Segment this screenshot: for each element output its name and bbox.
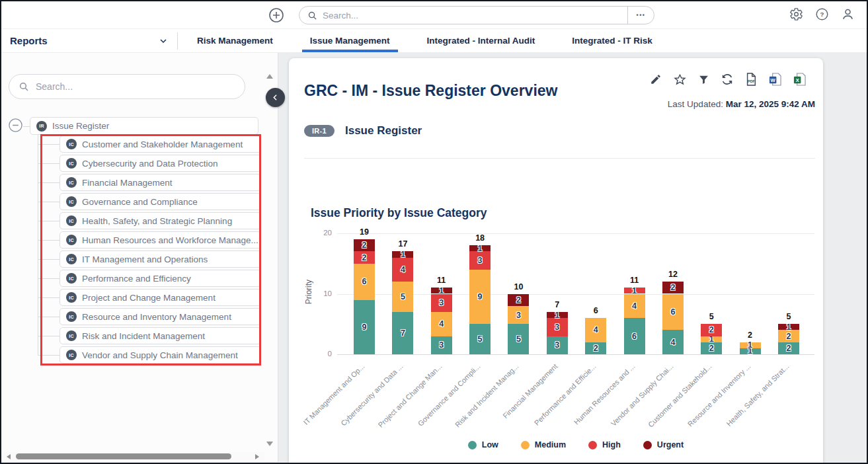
sidebar-horizontal-scrollbar[interactable] bbox=[1, 452, 264, 461]
scroll-right-arrow[interactable] bbox=[255, 454, 259, 459]
global-search-input[interactable] bbox=[323, 11, 627, 20]
global-search[interactable]: ••• bbox=[299, 6, 654, 24]
user-button[interactable] bbox=[841, 7, 855, 21]
x-tick-label: Performance and Efficie... bbox=[522, 362, 598, 438]
app-window: ••• ? bbox=[0, 0, 868, 464]
tree-item[interactable]: ICHealth, Safety, and Strategic Planning bbox=[59, 212, 261, 229]
sidebar-collapse-button[interactable] bbox=[266, 88, 285, 107]
tab-integrated-it-risk[interactable]: Integrated - IT Risk bbox=[553, 29, 671, 52]
chart-plot: Priority IT Management and Op...Cybersec… bbox=[337, 233, 814, 354]
legend-dot bbox=[588, 441, 597, 449]
tree-item[interactable]: ICGovernance and Compliance bbox=[59, 193, 261, 210]
tab-risk-management[interactable]: Risk Management bbox=[178, 29, 292, 52]
refresh-button[interactable] bbox=[721, 73, 733, 85]
export-excel-button[interactable]: X bbox=[793, 73, 806, 86]
bar-segment-medium: 9 bbox=[469, 270, 491, 324]
tree-connector bbox=[38, 163, 59, 164]
search-more-button[interactable]: ••• bbox=[627, 7, 654, 24]
bar-segment-urgent: 1 bbox=[778, 324, 799, 330]
tree-item[interactable]: ICProject and Change Management bbox=[59, 289, 261, 306]
scrollbar-thumb[interactable] bbox=[16, 453, 231, 459]
svg-text:W: W bbox=[771, 77, 776, 83]
segment-value: 9 bbox=[478, 292, 483, 301]
bar-segment-medium: 4 bbox=[431, 312, 452, 336]
tree-item[interactable]: ICRisk and Incident Management bbox=[59, 327, 261, 344]
x-tick-label: IT Management and Op... bbox=[290, 362, 366, 438]
y-axis-label: Priority bbox=[304, 279, 313, 303]
workspace: IR Issue Register ICCustomer and Stakeho… bbox=[1, 52, 867, 463]
help-button[interactable]: ? bbox=[815, 7, 829, 21]
bar-segment-urgent: 1 bbox=[431, 288, 452, 293]
sidebar-search-input[interactable] bbox=[36, 81, 238, 92]
bar-segment-urgent: 2 bbox=[354, 239, 375, 251]
last-updated-value: Mar 12, 2025 9:42 AM bbox=[726, 99, 815, 109]
legend-label: Medium bbox=[535, 440, 566, 449]
tree-item[interactable]: ICHuman Resources and Workforce Manage..… bbox=[59, 231, 261, 249]
tree-collapse-toggle[interactable] bbox=[8, 118, 23, 133]
legend-dot bbox=[468, 441, 477, 449]
segment-value: 3 bbox=[439, 298, 444, 307]
sidebar-scroll-up-arrow[interactable] bbox=[266, 74, 273, 79]
bar-segment-high: 3 bbox=[431, 294, 452, 313]
tree-item[interactable]: ICVendor and Supply Chain Management bbox=[59, 346, 261, 364]
tree-item[interactable]: ICCustomer and Stakeholder Management bbox=[59, 135, 261, 153]
tree-connector bbox=[38, 240, 59, 241]
legend-item-urgent: Urgent bbox=[643, 440, 684, 449]
tree-item[interactable]: ICCybersecurity and Data Protection bbox=[59, 155, 261, 172]
favorite-button[interactable] bbox=[674, 73, 686, 86]
pdf-file-icon: PDF bbox=[745, 73, 757, 86]
segment-value: 6 bbox=[670, 307, 675, 317]
add-button[interactable] bbox=[268, 7, 284, 23]
reports-menu[interactable]: Reports bbox=[10, 29, 169, 52]
y-tick-label: 20 bbox=[313, 229, 332, 237]
bar-segment-medium: 4 bbox=[585, 318, 606, 342]
tree-item[interactable]: ICPerformance and Efficiency bbox=[59, 270, 261, 287]
bar-segment-medium: 3 bbox=[508, 306, 529, 325]
help-icon: ? bbox=[815, 7, 829, 21]
settings-button[interactable] bbox=[789, 7, 803, 21]
segment-value: 2 bbox=[787, 344, 791, 353]
issue-category-badge: IC bbox=[66, 273, 77, 284]
tree-item[interactable]: ICFinancial Management bbox=[59, 174, 261, 191]
tree-root-issue-register[interactable]: IR Issue Register bbox=[30, 117, 258, 135]
issue-category-badge: IC bbox=[66, 139, 77, 149]
segment-value: 3 bbox=[555, 340, 559, 350]
tab-issue-management[interactable]: Issue Management bbox=[292, 29, 409, 52]
x-tick-label: Risk and Incident Manag... bbox=[444, 362, 520, 438]
export-pdf-button[interactable]: PDF bbox=[745, 73, 757, 86]
x-tick-label: Financial Management bbox=[483, 362, 559, 438]
issue-category-badge: IC bbox=[66, 177, 77, 188]
scroll-left-arrow[interactable] bbox=[7, 454, 11, 459]
tab-separator bbox=[177, 32, 178, 50]
bar-segment-medium: 5 bbox=[392, 282, 413, 312]
issue-category-badge: IC bbox=[66, 215, 77, 226]
bar-segment-medium: 6 bbox=[662, 294, 684, 330]
tree-item[interactable]: ICIT Management and Operations bbox=[59, 251, 261, 268]
chart-title: Issue Priority by Issue Category bbox=[311, 206, 487, 220]
filter-button[interactable] bbox=[698, 74, 709, 85]
sidebar-search[interactable] bbox=[9, 74, 245, 99]
x-tick-label: Human Resources and ... bbox=[560, 362, 636, 438]
segment-value: 4 bbox=[594, 325, 598, 334]
tree-item-label: Performance and Efficiency bbox=[82, 274, 191, 284]
tree-connector bbox=[38, 182, 59, 183]
tree-item-label: Vendor and Supply Chain Management bbox=[82, 350, 238, 360]
pencil-icon bbox=[650, 73, 662, 85]
tab-integrated-internal-audit[interactable]: Integrated - Internal Audit bbox=[409, 29, 554, 52]
issue-category-badge: IC bbox=[66, 311, 77, 322]
tree-connector bbox=[38, 144, 59, 145]
issue-register-badge: IR bbox=[36, 121, 47, 132]
bar-segment-urgent: 2 bbox=[662, 282, 684, 293]
plus-circle-icon bbox=[268, 7, 284, 23]
tree-item-label: Human Resources and Workforce Manage... bbox=[82, 235, 258, 245]
segment-value: 4 bbox=[670, 338, 675, 347]
bar-total-label: 17 bbox=[389, 239, 416, 249]
tree-item[interactable]: ICResource and Inventory Management bbox=[59, 308, 261, 325]
bar-segment-low: 3 bbox=[431, 336, 452, 355]
segment-value: 6 bbox=[362, 277, 367, 286]
last-updated: Last Updated: Mar 12, 2025 9:42 AM bbox=[668, 99, 815, 109]
sidebar-scroll-down-arrow[interactable] bbox=[266, 442, 273, 446]
segment-value: 2 bbox=[362, 253, 367, 262]
edit-button[interactable] bbox=[650, 73, 662, 85]
export-word-button[interactable]: W bbox=[769, 73, 781, 86]
